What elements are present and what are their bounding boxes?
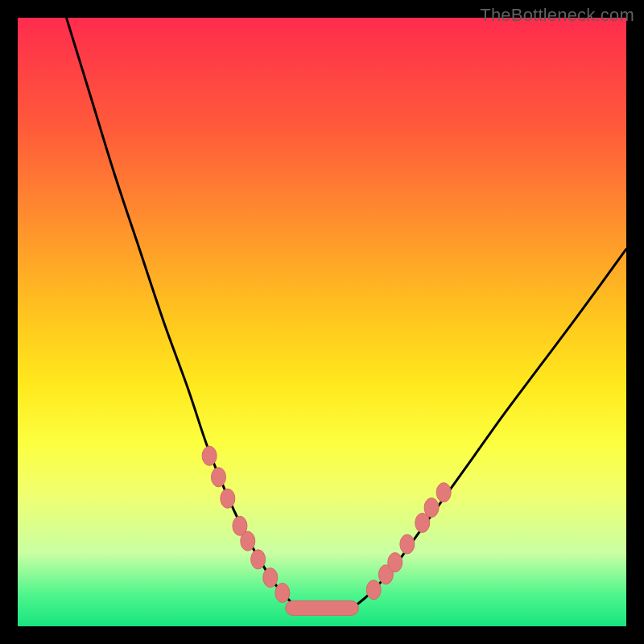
flat-bottom-marker <box>286 601 359 615</box>
data-marker <box>211 468 225 487</box>
curve-group <box>66 18 626 608</box>
right-curve-path <box>353 249 626 608</box>
data-marker <box>415 513 430 532</box>
chart-plot-area <box>18 18 626 626</box>
data-marker <box>388 553 402 572</box>
watermark-text: TheBottleneck.com <box>480 5 634 26</box>
left-curve-path <box>66 18 297 608</box>
data-marker <box>424 498 439 518</box>
data-marker <box>202 446 217 465</box>
data-marker <box>400 535 415 554</box>
data-marker <box>233 516 247 535</box>
data-marker <box>436 483 451 502</box>
data-marker <box>251 550 266 569</box>
data-marker <box>221 489 235 508</box>
data-marker <box>366 580 381 600</box>
data-marker <box>263 568 278 588</box>
chart-svg <box>18 18 626 626</box>
data-marker <box>275 583 290 602</box>
marker-group <box>202 446 451 615</box>
data-marker <box>378 565 393 584</box>
data-marker <box>241 531 255 551</box>
